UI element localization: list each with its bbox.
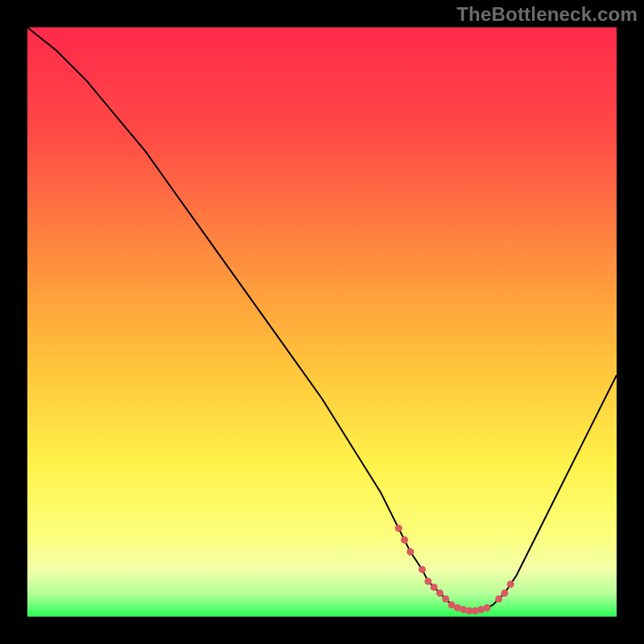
chart-svg	[27, 27, 617, 617]
optimal-dot	[501, 589, 508, 597]
watermark-text: TheBottleneck.com	[456, 3, 638, 26]
optimal-dot	[431, 584, 438, 591]
optimal-dot	[442, 596, 449, 603]
optimal-dot	[484, 605, 491, 612]
optimal-dot	[401, 536, 408, 543]
optimal-dot	[436, 589, 444, 597]
optimal-dot	[424, 578, 431, 585]
optimal-dot	[507, 580, 514, 588]
optimal-dot	[419, 566, 426, 573]
optimal-dot	[395, 525, 402, 532]
optimal-dot	[495, 596, 502, 603]
plot-area	[27, 27, 617, 617]
chart-container: TheBottleneck.com	[0, 0, 644, 644]
optimal-dot	[407, 548, 414, 555]
